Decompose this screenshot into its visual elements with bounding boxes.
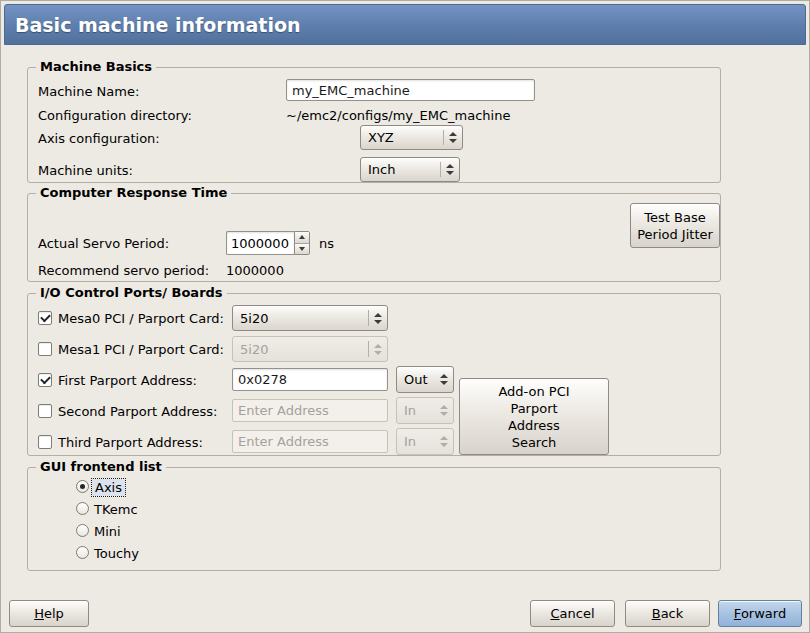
machine-basics-legend: Machine Basics [36,59,156,75]
configuration-directory-label: Configuration directory: [38,107,192,124]
page-title: Basic machine information [15,14,300,36]
third-parport-direction-value: In [404,434,440,449]
io-control-ports-frame: I/O Control Ports/ Boards Mesa0 PCI / Pa… [27,293,721,456]
third-parport-address-input [232,430,388,453]
chevron-up-down-icon [440,405,448,416]
machine-units-select[interactable]: Inch [360,157,460,182]
radio-tkemc-label[interactable]: TKemc [94,501,138,518]
radio-touchy-label[interactable]: Touchy [94,545,139,562]
basic-machine-information-window: Basic machine information Machine Basics… [0,0,810,633]
first-parport-address-input[interactable] [232,368,388,391]
forward-button[interactable]: Forward [718,600,802,627]
machine-basics-frame: Machine Basics Machine Name: Configurati… [27,67,721,183]
combo-separator [440,162,441,177]
mesa1-checkbox[interactable] [38,342,52,356]
configuration-directory-value: ~/emc2/configs/my_EMC_machine [286,107,510,124]
mesa0-label: Mesa0 PCI / Parport Card: [58,310,224,327]
spin-down-button[interactable] [295,243,309,255]
first-parport-direction-value: Out [404,372,440,387]
radio-mini-label[interactable]: Mini [94,523,121,540]
recommend-servo-period-label: Recommend servo period: [38,262,209,279]
machine-units-value: Inch [368,162,435,177]
axis-configuration-label: Axis configuration: [38,130,160,147]
second-parport-address-input [232,399,388,422]
test-base-period-jitter-button[interactable]: Test Base Period Jitter [630,203,720,248]
addon-button-line4: Search [512,434,557,451]
third-parport-checkbox[interactable] [38,435,52,449]
arrow-down-icon [299,247,305,251]
mesa0-card-value: 5i20 [240,311,363,326]
mesa0-card-select[interactable]: 5i20 [232,305,388,331]
addon-button-line3: Address [508,417,560,434]
servo-period-input[interactable] [226,231,294,255]
computer-response-time-frame: Computer Response Time Test Base Period … [27,193,721,282]
chevron-up-down-icon [446,164,454,175]
first-parport-checkbox[interactable] [38,373,52,387]
axis-configuration-select[interactable]: XYZ [360,125,463,150]
addon-button-line1: Add-on PCI [498,383,569,400]
help-button-label: Help [34,606,64,621]
cancel-button[interactable]: Cancel [530,600,615,627]
combo-separator [368,310,369,326]
test-button-line1: Test Base [644,209,705,226]
radio-tkemc[interactable] [76,502,89,515]
second-parport-direction-select: In [396,397,454,424]
io-control-ports-legend: I/O Control Ports/ Boards [36,285,227,301]
machine-name-input[interactable] [286,79,535,101]
combo-separator [443,130,444,145]
help-button[interactable]: Help [9,600,89,627]
machine-name-label: Machine Name: [38,83,139,100]
mesa0-checkbox[interactable] [38,311,52,325]
radio-axis[interactable] [76,480,89,493]
radio-touchy[interactable] [76,546,89,559]
actual-servo-period-label: Actual Servo Period: [38,235,169,252]
back-button-label: Back [652,606,684,621]
mesa1-label: Mesa1 PCI / Parport Card: [58,341,224,358]
chevron-up-down-icon [374,344,382,355]
addon-button-line2: Parport [510,400,557,417]
axis-configuration-value: XYZ [368,130,438,145]
machine-units-label: Machine units: [38,162,133,179]
radio-mini[interactable] [76,524,89,537]
computer-response-time-legend: Computer Response Time [36,185,231,201]
title-bar: Basic machine information [4,4,806,45]
forward-button-label: Forward [734,606,786,621]
second-parport-checkbox[interactable] [38,404,52,418]
cancel-button-label: Cancel [550,606,594,621]
chevron-up-down-icon [440,436,448,447]
mesa1-card-select: 5i20 [232,336,388,362]
servo-period-units-label: ns [319,235,334,252]
second-parport-direction-value: In [404,403,440,418]
chevron-up-down-icon [440,374,448,385]
chevron-up-down-icon [374,313,382,324]
recommend-servo-period-value: 1000000 [226,262,284,279]
servo-period-spinbox[interactable] [226,231,310,255]
chevron-up-down-icon [449,132,457,143]
combo-separator [368,341,369,357]
first-parport-label: First Parport Address: [58,372,197,389]
third-parport-label: Third Parport Address: [58,434,203,451]
mesa1-card-value: 5i20 [240,342,363,357]
back-button[interactable]: Back [625,600,710,627]
arrow-up-icon [299,235,305,239]
third-parport-direction-select: In [396,428,454,455]
test-button-line2: Period Jitter [637,226,713,243]
radio-axis-label[interactable]: Axis [92,479,125,496]
second-parport-label: Second Parport Address: [58,403,217,420]
first-parport-direction-select[interactable]: Out [396,366,454,393]
gui-frontend-frame: GUI frontend list Axis TKemc Mini Touchy [27,467,721,571]
addon-pci-parport-search-button[interactable]: Add-on PCI Parport Address Search [459,378,609,455]
spin-up-button[interactable] [295,232,309,243]
spin-buttons [294,231,310,255]
gui-frontend-legend: GUI frontend list [36,459,166,475]
